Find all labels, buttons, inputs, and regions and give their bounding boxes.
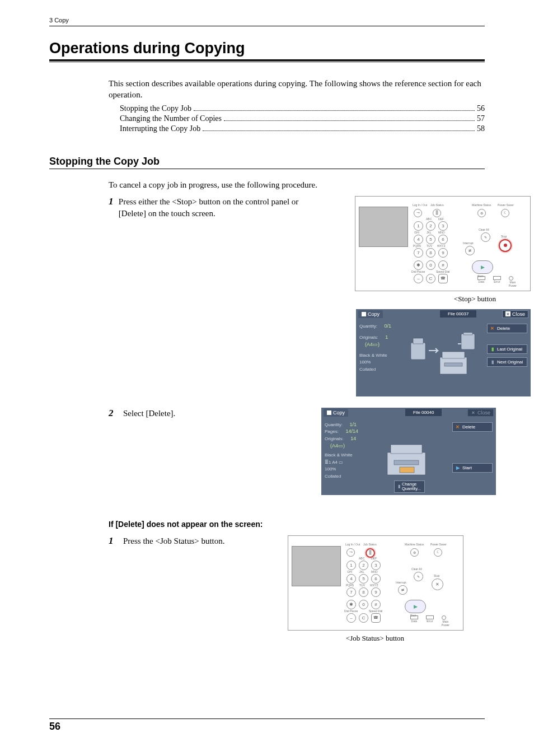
key-sublabel: JKL [359,570,364,573]
clearall-button[interactable]: ✎ [481,232,490,242]
ts-tab[interactable]: Copy [324,409,348,417]
keypad-8[interactable]: 8 [426,248,435,258]
ts-tab[interactable]: Copy [358,310,383,318]
start-button[interactable]: ▶ [472,260,493,274]
step-number: 1 [109,196,119,220]
gear-icon: ⚙ [413,550,416,554]
ts-delete-button[interactable]: ✕ Delete [487,324,527,333]
dialpause-button[interactable]: – [346,613,356,623]
keypad-1[interactable]: 1 [346,561,356,570]
stop-label: Stop [501,235,507,238]
interrupt-icon: ⇄ [469,249,471,253]
speeddial-label: Speed Dial [436,270,449,273]
keypad-2[interactable]: 2 [359,561,368,570]
keypad-7[interactable]: 7 [346,587,356,597]
interrupt-label: Interrupt [396,581,406,584]
running-head: 3 Copy [49,17,485,26]
keypad-5[interactable]: 5 [426,235,435,244]
start-button[interactable]: ▶ [405,600,426,613]
jobstatus-button[interactable]: ≣ [433,209,441,217]
toc-page: 56 [477,104,485,113]
keypad-0[interactable]: 0 [426,260,435,270]
ts-btn-label: Start [462,465,472,470]
power-button[interactable]: ☾ [434,548,442,557]
interrupt-button[interactable]: ⇄ [398,585,407,595]
speeddial-button[interactable]: ☎ [438,274,448,283]
svg-rect-3 [442,352,465,358]
copy-icon [362,312,366,316]
keypad-9[interactable]: 9 [438,248,448,258]
ts-next-original-button[interactable]: ▮ Next Original [487,357,527,367]
keypad-hash[interactable]: # [438,260,448,270]
stop-button[interactable] [499,239,512,252]
x-icon: ✕ [490,326,495,331]
clear-button[interactable]: C [426,274,435,283]
keypad-hash[interactable]: # [371,600,381,609]
svg-rect-5 [461,334,475,349]
keypad-6[interactable]: 6 [371,574,381,584]
heading-rule-thin [49,62,485,62]
login-button[interactable]: ⊸ [414,209,422,217]
ts-lbl: Black & White [359,353,387,358]
keypad-6[interactable]: 6 [438,235,448,244]
toc-page: 58 [477,124,485,133]
ts-lbl: Pages: [325,429,339,434]
list-icon: ≣ [369,551,372,555]
panel-leds: Data Error Main Power [410,615,449,627]
power-label: Power Saver [430,543,447,546]
ts-change-quantity-button[interactable]: ▮ Change Quantity... [394,480,425,493]
ts-last-original-button[interactable]: ▮ Last Original [487,344,527,354]
interrupt-icon: ⇄ [401,588,404,592]
keypad-8[interactable]: 8 [359,587,368,597]
keypad-2[interactable]: 2 [426,221,435,231]
ts-btn-label: Delete [497,326,510,331]
keypad-star[interactable]: ✱ [346,600,356,609]
page-icon: ▮ [398,484,400,489]
toc-page: 57 [477,114,485,123]
page-icon: ▮ [490,360,495,365]
machine-button[interactable]: ⚙ [410,548,419,557]
keypad-7[interactable]: 7 [414,248,423,258]
key-sublabel: MNO [438,231,445,234]
ts-close-button[interactable]: × Close [502,310,528,318]
keypad-star[interactable]: ✱ [414,260,423,270]
interrupt-button[interactable]: ⇄ [465,246,475,255]
keypad-0[interactable]: 0 [359,600,368,609]
keypad-3[interactable]: 3 [371,561,381,570]
keypad-4[interactable]: 4 [346,574,356,584]
ts-lbl: Black & White [325,452,353,458]
machine-button[interactable]: ⚙ [477,209,486,217]
toc-leader [203,130,475,131]
ts-delete-button[interactable]: ✕ Delete [452,422,493,432]
ts-val: 0/1 [385,323,392,329]
key-sublabel: ABC [359,557,364,560]
dialpause-button[interactable]: – [414,274,423,283]
play-icon: ▶ [481,264,485,270]
section-heading: Operations during Copying [49,40,485,57]
stop-button[interactable]: ✕ [432,578,443,590]
key-sublabel: DEF [438,217,444,221]
ts-tab-label: Copy [333,410,345,416]
ts-start-button[interactable]: ▶ Start [452,463,493,473]
login-button[interactable]: ⊸ [346,548,355,557]
x-icon: ✕ [455,424,460,430]
keypad-5[interactable]: 5 [359,574,368,584]
key-sublabel: PQRS [413,244,421,248]
book-icon: ☎ [373,615,378,620]
keypad-1[interactable]: 1 [414,221,423,231]
clearall-button[interactable]: ✎ [414,572,423,581]
keypad-3[interactable]: 3 [438,221,448,231]
power-button[interactable]: ☾ [501,209,509,217]
step-number: 2 [109,408,123,419]
keypad-9[interactable]: 9 [371,587,381,597]
svg-rect-9 [394,460,419,465]
step-text: Select [Delete]. [123,408,175,419]
key-sublabel: DEF [371,557,377,560]
ts-val: 14/14 [345,428,358,434]
speeddial-button[interactable]: ☎ [371,613,381,623]
ts-lbl: Quantity: [359,324,377,329]
keypad-4[interactable]: 4 [414,235,423,244]
toc-row: Changing the Number of Copies 57 [109,114,485,123]
panel-leds: Data Error Main Power [477,276,517,287]
clear-button[interactable]: C [359,613,368,623]
